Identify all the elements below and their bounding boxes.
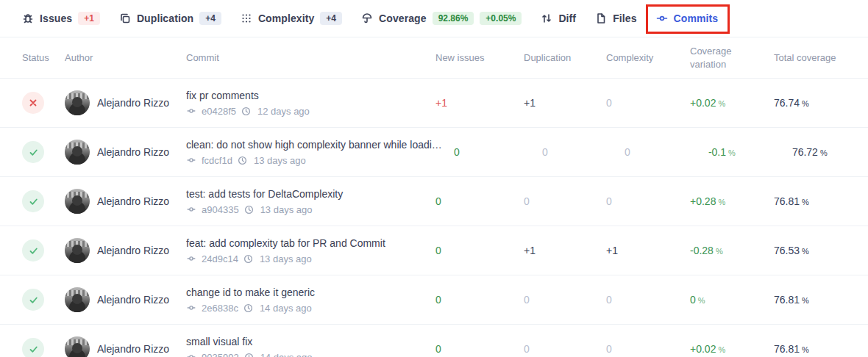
table-row[interactable]: Alejandro Rizzo clean: do not show high … (0, 128, 868, 177)
new-issues-value: 0 (454, 146, 542, 158)
commit-message: test: add tests for DeltaComplexity (186, 188, 424, 200)
status-cell (22, 190, 65, 212)
author-cell: Alejandro Rizzo (65, 336, 186, 357)
avatar (65, 238, 90, 263)
duplication-value: 0 (524, 343, 606, 355)
tab-label: Diff (558, 12, 576, 24)
tab-diff[interactable]: Diff (541, 7, 576, 30)
duplication-value: 0 (524, 294, 606, 306)
avatar (65, 189, 90, 214)
percent-sign: % (820, 148, 828, 157)
umbrella-icon (361, 12, 373, 24)
new-issues-value: +1 (435, 97, 524, 109)
author-cell: Alejandro Rizzo (65, 287, 186, 312)
coverage-variation-value: +0.02% (690, 343, 774, 355)
commit-hash-icon (186, 155, 196, 165)
tab-duplication[interactable]: Duplication +4 (119, 6, 221, 31)
commit-hash[interactable]: 2e6838c (202, 303, 238, 314)
column-header-coverage-variation: Coverage variation (690, 45, 774, 71)
percent-sign: % (718, 345, 725, 354)
commit-age: 13 days ago (254, 155, 306, 166)
complexity-value: 0 (606, 97, 690, 109)
clock-icon (238, 156, 247, 165)
table-row[interactable]: Alejandro Rizzo change id to make it gen… (0, 275, 868, 325)
complexity-value: 0 (606, 294, 690, 306)
commit-message: fix pr comments (186, 90, 424, 101)
duplication-value: +1 (524, 245, 606, 256)
new-issues-value: 0 (435, 294, 524, 306)
column-header-author: Author (65, 51, 186, 65)
commit-message: clean: do not show high complexity banne… (186, 139, 442, 151)
commit-message: change id to make it generic (186, 286, 424, 298)
tab-label: Files (613, 12, 636, 24)
table-row[interactable]: Alejandro Rizzo fix pr comments e0428f5 … (0, 79, 868, 128)
avatar (65, 287, 90, 312)
coverage-variation-value: +0.02% (690, 97, 774, 109)
author-cell: Alejandro Rizzo (65, 238, 186, 263)
percent-sign: % (718, 198, 725, 206)
author-name: Alejandro Rizzo (97, 245, 169, 256)
total-coverage-value: 76.81% (774, 343, 846, 355)
duplication-badge: +4 (199, 12, 221, 25)
commits-table-body: Alejandro Rizzo fix pr comments e0428f5 … (0, 79, 868, 357)
duplication-value: +1 (524, 97, 606, 109)
author-name: Alejandro Rizzo (97, 294, 169, 306)
grid-icon (241, 12, 252, 24)
coverage-variation-value: +0.28% (690, 195, 774, 207)
commit-hash-icon (186, 253, 196, 264)
column-header-new-issues: New issues (435, 51, 524, 65)
metrics-tabbar: Issues +1 Duplication +4 Complexity +4 C… (0, 0, 868, 37)
status-success-icon (22, 338, 44, 357)
status-cell (22, 141, 65, 163)
new-issues-value: 0 (435, 195, 524, 207)
commit-hash[interactable]: e0428f5 (202, 106, 236, 117)
status-success-icon (22, 141, 44, 163)
tab-coverage[interactable]: Coverage 92.86%+0.05% (361, 6, 522, 31)
table-row[interactable]: Alejandro Rizzo small visual fix 9035992… (0, 325, 868, 357)
coverage-badge: 92.86% (433, 12, 474, 25)
table-row[interactable]: Alejandro Rizzo feat: add complexity tab… (0, 226, 868, 275)
percent-sign: % (802, 247, 809, 256)
bug-icon (22, 12, 34, 24)
table-header-row: StatusAuthorCommitNew issuesDuplicationC… (0, 37, 868, 79)
percent-sign: % (716, 247, 723, 256)
avatar (65, 336, 90, 357)
column-header-commit: Commit (186, 51, 435, 65)
avatar (65, 140, 90, 165)
commit-hash[interactable]: fcdcf1d (202, 155, 232, 166)
tab-complexity[interactable]: Complexity +4 (241, 6, 342, 31)
commit-hash-icon (186, 204, 196, 214)
status-cell (22, 239, 65, 262)
tab-label: Complexity (258, 12, 314, 24)
complexity-value: 0 (606, 343, 690, 355)
percent-sign: % (802, 198, 809, 206)
clock-icon (243, 303, 253, 313)
tab-files[interactable]: Files (595, 7, 636, 30)
commit-hash[interactable]: 24d9c14 (202, 253, 238, 264)
status-success-icon (22, 289, 44, 311)
commit-message: small visual fix (186, 336, 424, 347)
commit-cell: feat: add complexity tab for PR and Comm… (186, 237, 435, 264)
author-cell: Alejandro Rizzo (65, 140, 186, 165)
coverage-variation-value: -0.28% (690, 245, 774, 256)
copy-icon (119, 12, 131, 24)
clock-icon (244, 353, 254, 357)
table-row[interactable]: Alejandro Rizzo test: add tests for Delt… (0, 177, 868, 226)
commit-age: 14 days ago (260, 303, 312, 314)
commit-hash-icon (186, 303, 196, 313)
percent-sign: % (802, 99, 809, 108)
tab-commits[interactable]: Commits (656, 7, 719, 30)
commit-hash[interactable]: a904335 (202, 204, 239, 215)
percent-sign: % (802, 345, 809, 354)
new-issues-value: 0 (435, 343, 524, 355)
column-header-duplication: Duplication (524, 51, 606, 65)
author-name: Alejandro Rizzo (97, 343, 169, 355)
tab-issues[interactable]: Issues +1 (22, 6, 100, 31)
diff-icon (541, 12, 552, 24)
new-issues-value: 0 (435, 245, 524, 256)
total-coverage-value: 76.81% (774, 195, 846, 207)
clock-icon (243, 254, 253, 264)
author-name: Alejandro Rizzo (97, 97, 169, 109)
author-name: Alejandro Rizzo (97, 146, 169, 158)
commit-hash[interactable]: 9035992 (202, 352, 239, 357)
